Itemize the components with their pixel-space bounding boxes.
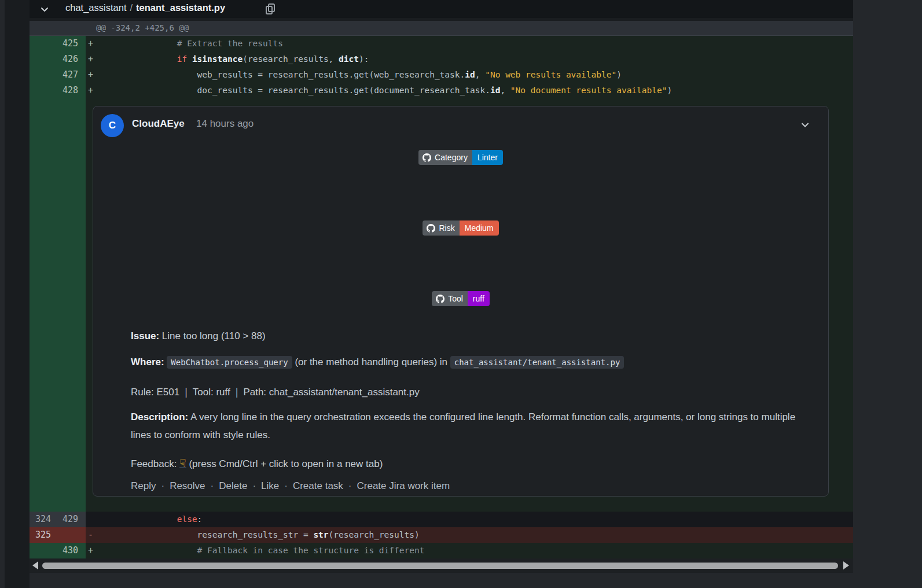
- horizontal-scrollbar[interactable]: [30, 558, 853, 573]
- description-label: Description:: [131, 411, 188, 422]
- category-badge[interactable]: CategoryLinter: [418, 150, 503, 165]
- new-line-number[interactable]: 428: [57, 83, 78, 98]
- line-number-gutter[interactable]: 425: [30, 36, 86, 52]
- scroll-left-arrow[interactable]: [32, 561, 38, 569]
- resolve-action[interactable]: Resolve: [170, 480, 205, 491]
- code-line: research_results_str = str(research_resu…: [86, 527, 853, 543]
- where-mid-text: (or the method handling queries) in: [292, 357, 450, 368]
- issue-line: Issue: Line too long (110 > 88): [131, 327, 811, 345]
- code-line: # Extract the results: [86, 36, 853, 52]
- diff-rows-top: 425+ # Extract the results426+ if isinst…: [30, 36, 853, 98]
- badge-value: Linter: [472, 150, 503, 165]
- badge-label: Risk: [439, 223, 454, 233]
- badge-label: Category: [435, 153, 468, 162]
- old-line-number[interactable]: 324: [30, 512, 51, 527]
- file-header: chat_assistant/tenant_assistant.py: [30, 0, 853, 18]
- avatar[interactable]: C: [101, 114, 124, 137]
- collapse-comment-chevron-icon[interactable]: [800, 120, 810, 130]
- description-line: Description: A very long line in the que…: [131, 408, 811, 444]
- line-number-gutter[interactable]: 428: [30, 83, 86, 98]
- new-line-number[interactable]: 427: [57, 67, 78, 83]
- code-line: # Fallback in case the structure is diff…: [86, 543, 853, 558]
- comment-author[interactable]: CloudAEye: [132, 118, 185, 130]
- issue-label: Issue:: [131, 330, 159, 341]
- code-line: doc_results = research_results.get(docum…: [86, 83, 853, 98]
- diff-panel: chat_assistant/tenant_assistant.py @@ -3…: [30, 0, 853, 573]
- feedback-suffix: (press Cmd/Ctrl + click to open in a new…: [186, 458, 383, 469]
- category-badge-row: CategoryLinter: [93, 150, 828, 165]
- tool-badge[interactable]: Toolruff: [432, 291, 490, 306]
- badge-label: Tool: [448, 294, 463, 303]
- diff-row: 324429 else:: [30, 512, 853, 527]
- tool-text: Tool: ruff: [193, 387, 230, 398]
- line-number-gutter[interactable]: 426: [30, 52, 86, 67]
- description-text: A very long line in the query orchestrat…: [131, 411, 795, 440]
- breadcrumb-file: tenant_assistant.py: [136, 2, 225, 13]
- diff-row: 427+ web_results = research_results.get(…: [30, 67, 853, 83]
- reply-action[interactable]: Reply: [131, 480, 156, 491]
- rule-separator: |: [179, 386, 193, 398]
- where-code-path: chat_assistant/tenant_assistant.py: [450, 356, 625, 369]
- rule-separator: |: [230, 386, 244, 398]
- gutter-background: [30, 36, 86, 512]
- new-line-number[interactable]: 425: [57, 36, 78, 52]
- diff-row: 325- research_results_str = str(research…: [30, 527, 853, 543]
- old-line-number[interactable]: 325: [30, 527, 51, 543]
- feedback-label: Feedback:: [131, 458, 179, 469]
- create-jira-work-item-action[interactable]: Create Jira work item: [357, 480, 450, 491]
- diff-row: 428+ doc_results = research_results.get(…: [30, 83, 853, 98]
- github-icon: [436, 295, 445, 303]
- issue-text: Line too long (110 > 88): [159, 330, 266, 341]
- action-separator: ·: [279, 480, 293, 491]
- diff-rows-bottom: 324429 else:325- research_results_str = …: [30, 512, 853, 558]
- code-review-screen: chat_assistant/tenant_assistant.py @@ -3…: [0, 0, 922, 588]
- risk-badge[interactable]: RiskMedium: [423, 220, 498, 236]
- rule-text: Rule: E501: [131, 387, 179, 398]
- feedback-line: Feedback: ☟ (press Cmd/Ctrl + click to o…: [131, 454, 811, 473]
- diff-row: 430+ # Fallback in case the structure is…: [30, 543, 853, 558]
- badge-value: Medium: [460, 220, 499, 236]
- new-line-number[interactable]: 429: [57, 512, 78, 527]
- tool-badge-row: Toolruff: [93, 291, 828, 306]
- copy-path-icon[interactable]: [263, 2, 277, 16]
- diff-row: 425+ # Extract the results: [30, 36, 853, 52]
- rule-line: Rule: E501|Tool: ruff|Path: chat_assista…: [131, 383, 811, 401]
- thumbs-down-feedback-link[interactable]: ☟: [179, 457, 186, 469]
- where-line: Where: WebChatbot.process_query (or the …: [131, 353, 811, 372]
- line-number-gutter[interactable]: 430: [30, 543, 86, 558]
- action-separator: ·: [343, 480, 357, 491]
- where-code-method: WebChatbot.process_query: [167, 356, 292, 369]
- breadcrumb: chat_assistant/tenant_assistant.py: [65, 2, 225, 13]
- collapse-file-chevron-icon[interactable]: [39, 4, 50, 14]
- review-comment-card: C CloudAEye 14 hours ago CategoryLinter …: [93, 106, 829, 497]
- code-line: if isinstance(research_results, dict):: [86, 52, 853, 67]
- action-separator: ·: [205, 480, 219, 491]
- line-number-gutter[interactable]: 325: [30, 527, 86, 543]
- code-line: web_results = research_results.get(web_r…: [86, 67, 853, 83]
- where-label: Where:: [131, 357, 164, 368]
- left-margin-band: [5, 0, 30, 588]
- code-line: else:: [86, 512, 853, 527]
- scrollbar-thumb[interactable]: [42, 563, 838, 569]
- breadcrumb-separator: /: [126, 2, 136, 13]
- like-action[interactable]: Like: [261, 480, 279, 491]
- comment-actions: Reply·Resolve·Delete·Like·Create task·Cr…: [131, 477, 811, 495]
- line-number-gutter[interactable]: 427: [30, 67, 86, 83]
- comment-timestamp: 14 hours ago: [196, 118, 254, 130]
- github-icon: [423, 153, 431, 162]
- diff-row: 426+ if isinstance(research_results, dic…: [30, 52, 853, 67]
- line-number-gutter[interactable]: 324429: [30, 512, 86, 527]
- hunk-header: @@ -324,2 +425,6 @@: [30, 21, 853, 36]
- new-line-number[interactable]: 426: [57, 52, 78, 67]
- action-separator: ·: [156, 480, 170, 491]
- badge-value: ruff: [468, 291, 490, 306]
- scroll-right-arrow[interactable]: [843, 561, 849, 569]
- action-separator: ·: [247, 480, 261, 491]
- create-task-action[interactable]: Create task: [293, 480, 343, 491]
- github-icon: [427, 224, 435, 233]
- risk-badge-row: RiskMedium: [93, 220, 828, 236]
- path-text: Path: chat_assistant/tenant_assistant.py: [243, 387, 419, 398]
- new-line-number[interactable]: 430: [57, 543, 78, 558]
- breadcrumb-dir[interactable]: chat_assistant: [65, 2, 126, 13]
- delete-action[interactable]: Delete: [219, 480, 247, 491]
